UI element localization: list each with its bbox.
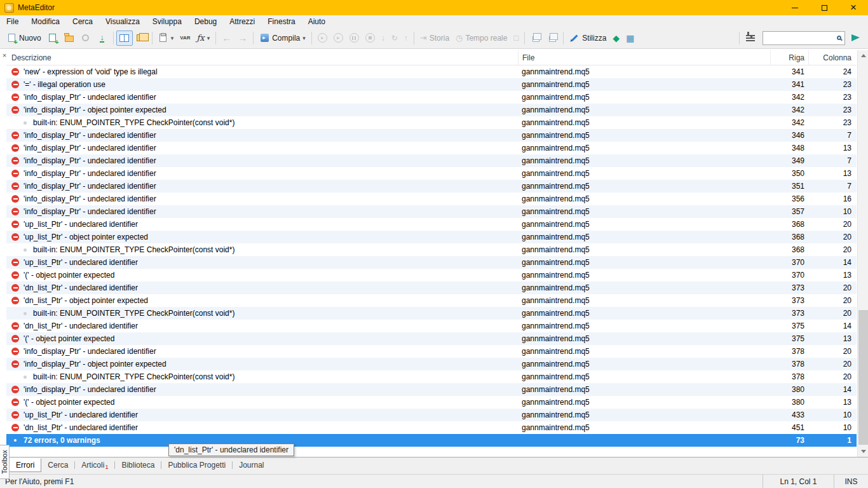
history-button[interactable]: ⇥Storia bbox=[417, 30, 452, 46]
menu-item-modifica[interactable]: Modifica bbox=[25, 15, 66, 27]
error-row[interactable]: 'info_display_Ptr' - undeclared identifi… bbox=[6, 193, 857, 205]
toolbox-vertical-tab[interactable]: Toolbox bbox=[0, 445, 10, 479]
error-row[interactable]: 'info_display_Ptr' - object pointer expe… bbox=[6, 104, 857, 116]
error-row[interactable]: 'up_list_Ptr' - undeclared identifier ga… bbox=[6, 218, 857, 231]
navigate-forward-button[interactable]: → bbox=[234, 30, 250, 46]
scroll-down-button[interactable] bbox=[858, 446, 868, 457]
menu-item-file[interactable]: File bbox=[0, 15, 25, 27]
tab-cerca[interactable]: Cerca bbox=[41, 459, 74, 471]
tile-windows-button[interactable] bbox=[133, 30, 149, 46]
row-column: 20 bbox=[808, 372, 857, 381]
copy-chart-button[interactable] bbox=[527, 30, 544, 46]
calculator-button[interactable]: ▦ bbox=[623, 30, 637, 46]
new-window-button[interactable] bbox=[44, 30, 61, 46]
close-button[interactable] bbox=[839, 0, 868, 15]
error-row[interactable]: 'info_display_Ptr' - undeclared identifi… bbox=[6, 142, 857, 154]
telegram-channel-icon[interactable] bbox=[851, 34, 860, 41]
error-row[interactable]: '=' - illegal operation use gannmaintren… bbox=[6, 78, 857, 91]
menu-item-cerca[interactable]: Cerca bbox=[66, 15, 99, 27]
step-into-button[interactable]: ↓ bbox=[378, 30, 388, 46]
error-row[interactable]: '(' - object pointer expected gannmaintr… bbox=[6, 332, 857, 345]
copy-code-button[interactable] bbox=[544, 30, 560, 46]
debug-pause-button[interactable] bbox=[346, 30, 362, 46]
column-header-line[interactable]: Riga bbox=[770, 50, 808, 65]
error-row[interactable]: '(' - object pointer expected gannmaintr… bbox=[6, 396, 857, 409]
row-file: gannmaintrend.mq5 bbox=[518, 360, 770, 369]
toolbar-separator bbox=[113, 32, 114, 44]
insert-variable-button[interactable]: VAR bbox=[177, 30, 193, 46]
error-row[interactable]: 'up_list_Ptr' - undeclared identifier ga… bbox=[6, 256, 857, 269]
error-row[interactable]: 'up_list_Ptr' - object pointer expected … bbox=[6, 231, 857, 243]
debug-stop-button[interactable] bbox=[362, 30, 378, 46]
minimize-button[interactable] bbox=[780, 0, 810, 15]
row-file: gannmaintrend.mq5 bbox=[518, 80, 770, 89]
error-row[interactable]: 'dn_list_Ptr' - undeclared identifier ga… bbox=[6, 421, 857, 434]
row-line: 342 bbox=[770, 93, 808, 102]
error-row[interactable]: 'dn_list_Ptr' - object pointer expected … bbox=[6, 294, 857, 307]
error-row[interactable]: 'new' - expression of 'void' type is ill… bbox=[6, 65, 857, 78]
column-header-file[interactable]: File bbox=[518, 50, 770, 65]
open-file-button[interactable] bbox=[61, 30, 78, 46]
menu-item-aiuto[interactable]: Aiuto bbox=[302, 15, 332, 27]
error-row[interactable]: 'up_list_Ptr' - undeclared identifier ga… bbox=[6, 409, 857, 421]
column-header-column[interactable]: Colonna bbox=[808, 50, 857, 65]
step-out-button[interactable]: ↑ bbox=[401, 30, 411, 46]
tab-pubblica-progetti[interactable]: Pubblica Progetti bbox=[161, 459, 232, 471]
split-view-button[interactable] bbox=[116, 30, 133, 46]
compile-button[interactable]: Compila ▾ bbox=[256, 30, 309, 46]
menu-item-attrezzi[interactable]: Attrezzi bbox=[223, 15, 261, 27]
navigate-back-button[interactable]: ← bbox=[219, 30, 234, 46]
vertical-scrollbar[interactable] bbox=[857, 50, 868, 457]
row-line: 351 bbox=[770, 182, 808, 191]
settings-button[interactable] bbox=[742, 30, 759, 46]
menu-item-debug[interactable]: Debug bbox=[188, 15, 223, 27]
stylize-button[interactable]: Stilizza bbox=[566, 30, 609, 46]
download-button[interactable]: ↓ bbox=[94, 30, 111, 46]
scroll-up-button[interactable] bbox=[858, 50, 868, 61]
debug-resume-button[interactable]: ▸ bbox=[330, 30, 346, 46]
recent-files-button[interactable] bbox=[78, 30, 94, 46]
step-over-button[interactable]: ↻ bbox=[388, 30, 401, 46]
error-row[interactable]: built-in: ENUM_POINTER_TYPE CheckPointer… bbox=[6, 370, 857, 383]
insert-function-button[interactable]: ƒx▾ bbox=[194, 30, 214, 46]
snippets-button[interactable]: ▾ bbox=[155, 30, 177, 46]
row-column: 20 bbox=[808, 347, 857, 356]
stop-frame-button[interactable]: □ bbox=[510, 30, 522, 46]
row-column: 20 bbox=[808, 245, 857, 254]
menu-item-sviluppa[interactable]: Sviluppa bbox=[146, 15, 188, 27]
error-row[interactable]: built-in: ENUM_POINTER_TYPE CheckPointer… bbox=[6, 116, 857, 129]
maximize-button[interactable] bbox=[810, 0, 839, 15]
error-row[interactable]: '(' - object pointer expected gannmaintr… bbox=[6, 269, 857, 281]
error-row[interactable]: built-in: ENUM_POINTER_TYPE CheckPointer… bbox=[6, 243, 857, 256]
error-row[interactable]: built-in: ENUM_POINTER_TYPE CheckPointer… bbox=[6, 307, 857, 320]
column-header-description[interactable]: Descrizione bbox=[6, 50, 518, 65]
search-input[interactable] bbox=[766, 34, 837, 43]
error-row[interactable]: 72 errors, 0 warnings 73 1 bbox=[6, 434, 857, 447]
error-row[interactable]: 'info_display_Ptr' - undeclared identifi… bbox=[6, 167, 857, 180]
tab-biblioteca[interactable]: Biblioteca bbox=[115, 459, 161, 471]
error-row[interactable]: 'info_display_Ptr' - object pointer expe… bbox=[6, 358, 857, 370]
tab-articoli[interactable]: Articoli1 bbox=[75, 459, 114, 471]
menu-item-finestra[interactable]: Finestra bbox=[261, 15, 301, 27]
mql5-community-button[interactable]: ◆ bbox=[609, 30, 623, 46]
error-row[interactable]: 'info_display_Ptr' - undeclared identifi… bbox=[6, 383, 857, 396]
error-row[interactable]: 'info_display_Ptr' - undeclared identifi… bbox=[6, 345, 857, 358]
error-row[interactable]: 'info_display_Ptr' - undeclared identifi… bbox=[6, 91, 857, 104]
new-file-button[interactable]: Nuovo bbox=[3, 30, 44, 46]
tab-journal[interactable]: Journal bbox=[233, 459, 270, 471]
row-description: 'dn_list_Ptr' - undeclared identifier bbox=[24, 322, 138, 330]
error-row[interactable]: 'info_display_Ptr' - undeclared identifi… bbox=[6, 129, 857, 142]
tab-errori[interactable]: Errori bbox=[9, 458, 41, 472]
error-row[interactable]: 'info_display_Ptr' - undeclared identifi… bbox=[6, 180, 857, 193]
error-row[interactable]: 'info_display_Ptr' - undeclared identifi… bbox=[6, 205, 857, 218]
realtime-button[interactable]: ◷Tempo reale bbox=[452, 30, 510, 46]
row-line: 349 bbox=[770, 156, 808, 165]
error-row[interactable]: 'dn_list_Ptr' - undeclared identifier ga… bbox=[6, 320, 857, 332]
row-column: 13 bbox=[808, 169, 857, 178]
error-row[interactable]: 'dn_list_Ptr' - undeclared identifier ga… bbox=[6, 281, 857, 294]
debug-start-button[interactable]: ▸ bbox=[315, 30, 330, 46]
error-row[interactable]: 'info_display_Ptr' - undeclared identifi… bbox=[6, 154, 857, 167]
scrollbar-thumb[interactable] bbox=[858, 310, 868, 445]
menu-item-visualizza[interactable]: Visualizza bbox=[99, 15, 146, 27]
row-file: gannmaintrend.mq5 bbox=[518, 334, 770, 343]
